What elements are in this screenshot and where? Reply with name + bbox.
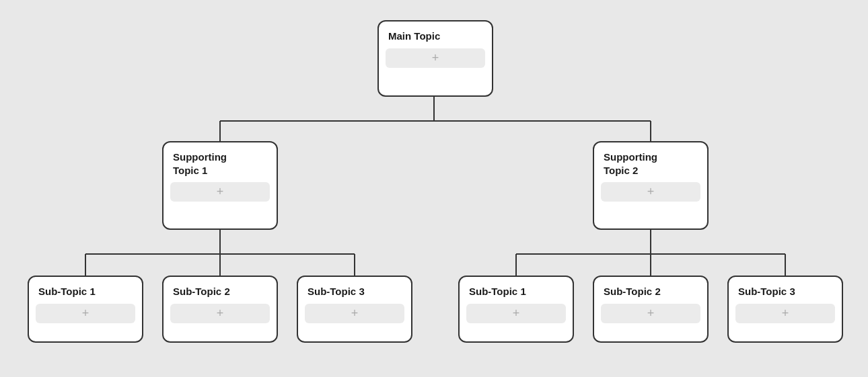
sub-topic-2-1-add-button[interactable]: + [466, 304, 566, 323]
sub-topic-1-2-label: Sub-Topic 2 [164, 277, 277, 304]
sub-topic-2-1-node: Sub-Topic 1 + [458, 276, 574, 343]
supporting-topic-2-node: SupportingTopic 2 + [593, 141, 709, 230]
sub-topic-2-3-label: Sub-Topic 3 [729, 277, 842, 304]
supporting-topic-1-add-button[interactable]: + [170, 182, 270, 202]
sub-topic-1-3-label: Sub-Topic 3 [298, 277, 411, 304]
supporting-topic-2-add-button[interactable]: + [601, 182, 700, 202]
sub-topic-1-1-node: Sub-Topic 1 + [28, 276, 143, 343]
supporting-topic-2-label: SupportingTopic 2 [594, 142, 707, 182]
sub-topic-1-1-label: Sub-Topic 1 [29, 277, 142, 304]
tree-container: Main Topic + SupportingTopic 1 + Support… [0, 0, 868, 377]
sub-topic-1-3-node: Sub-Topic 3 + [297, 276, 412, 343]
sub-topic-1-2-add-button[interactable]: + [170, 304, 270, 323]
sub-topic-2-2-label: Sub-Topic 2 [594, 277, 707, 304]
sub-topic-2-3-add-button[interactable]: + [735, 304, 835, 323]
main-topic-node: Main Topic + [377, 20, 493, 97]
sub-topic-1-2-node: Sub-Topic 2 + [162, 276, 278, 343]
main-topic-add-button[interactable]: + [386, 48, 485, 68]
supporting-topic-1-node: SupportingTopic 1 + [162, 141, 278, 230]
sub-topic-2-2-node: Sub-Topic 2 + [593, 276, 709, 343]
sub-topic-2-3-node: Sub-Topic 3 + [727, 276, 843, 343]
supporting-topic-1-label: SupportingTopic 1 [164, 142, 277, 182]
sub-topic-1-3-add-button[interactable]: + [305, 304, 404, 323]
sub-topic-2-1-label: Sub-Topic 1 [460, 277, 573, 304]
main-topic-label: Main Topic [379, 22, 492, 48]
sub-topic-2-2-add-button[interactable]: + [601, 304, 700, 323]
sub-topic-1-1-add-button[interactable]: + [36, 304, 135, 323]
